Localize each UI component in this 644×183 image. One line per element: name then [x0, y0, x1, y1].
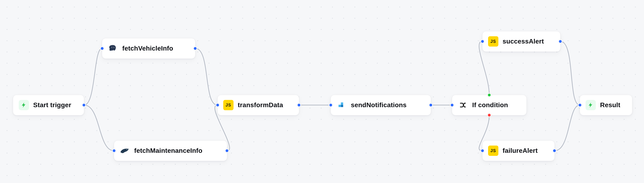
- port-out-true[interactable]: [487, 93, 491, 97]
- port-out[interactable]: [552, 149, 556, 153]
- node-label: If condition: [472, 101, 508, 109]
- node-label: sendNotifications: [351, 101, 406, 109]
- node-label: fetchVehicleInfo: [122, 45, 173, 52]
- js-icon: JS: [223, 100, 234, 110]
- port-out[interactable]: [82, 103, 86, 107]
- node-label: successAlert: [502, 38, 544, 45]
- node-label: Result: [600, 101, 620, 109]
- js-icon: JS: [488, 145, 498, 156]
- port-out[interactable]: [225, 149, 229, 153]
- node-fetch-maintenance-info[interactable]: fetchMaintenanceInfo: [114, 140, 227, 161]
- port-out[interactable]: [297, 103, 301, 107]
- sendgrid-icon: [336, 100, 347, 110]
- port-in[interactable]: [480, 39, 484, 44]
- node-fetch-vehicle-info[interactable]: fetchVehicleInfo: [102, 38, 196, 59]
- node-send-notifications[interactable]: sendNotifications: [330, 95, 431, 115]
- port-out[interactable]: [429, 103, 433, 107]
- svg-point-1: [114, 47, 114, 48]
- svg-point-2: [127, 149, 128, 150]
- svg-point-0: [112, 47, 112, 48]
- port-out[interactable]: [558, 39, 562, 44]
- node-result[interactable]: Result: [580, 95, 632, 115]
- port-in[interactable]: [112, 149, 116, 153]
- node-transform-data[interactable]: JS transformData: [218, 95, 299, 115]
- port-in[interactable]: [100, 46, 104, 51]
- bolt-icon: [586, 100, 596, 110]
- svg-rect-5: [341, 105, 343, 107]
- node-failure-alert[interactable]: JS failureAlert: [482, 140, 555, 161]
- node-if-condition[interactable]: If condition: [452, 95, 527, 115]
- port-out-false[interactable]: [487, 113, 491, 117]
- node-label: fetchMaintenanceInfo: [134, 147, 202, 154]
- port-in[interactable]: [450, 103, 454, 107]
- port-in[interactable]: [216, 103, 220, 107]
- condition-icon: [458, 100, 468, 110]
- node-label: Start trigger: [33, 101, 71, 109]
- node-label: failureAlert: [502, 147, 538, 154]
- svg-rect-4: [341, 102, 343, 105]
- port-in[interactable]: [578, 103, 582, 107]
- svg-rect-3: [338, 105, 341, 107]
- postgres-icon: [108, 43, 118, 54]
- bolt-icon: [19, 100, 29, 110]
- node-success-alert[interactable]: JS successAlert: [482, 31, 560, 52]
- mariadb-icon: [120, 145, 130, 156]
- js-icon: JS: [488, 36, 498, 47]
- node-start-trigger[interactable]: Start trigger: [13, 95, 84, 115]
- node-label: transformData: [238, 101, 283, 109]
- port-out[interactable]: [193, 46, 197, 51]
- port-in[interactable]: [329, 103, 333, 107]
- port-in[interactable]: [480, 149, 484, 153]
